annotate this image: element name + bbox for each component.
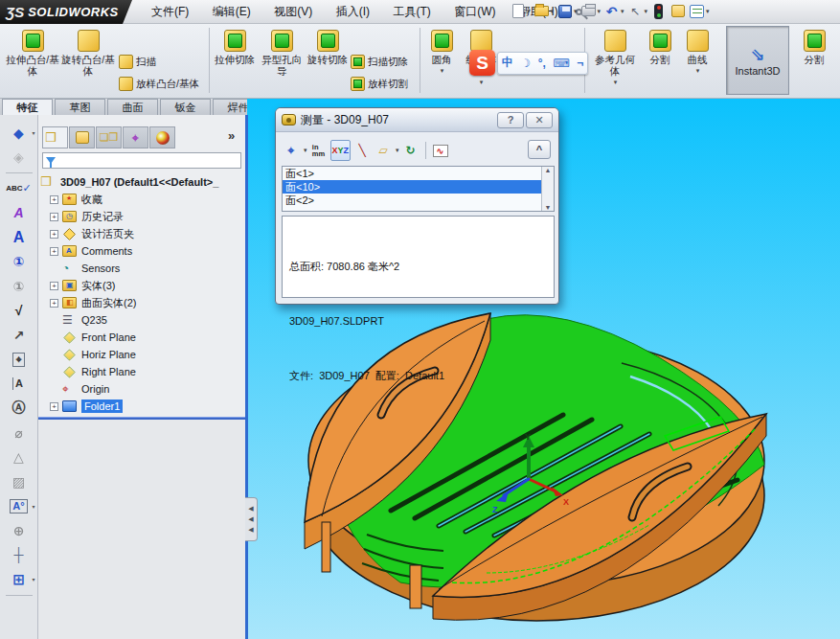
- loft-button[interactable]: 放样凸台/基体: [119, 74, 199, 94]
- projection-button[interactable]: ▱: [374, 140, 393, 161]
- tree-item-folder1[interactable]: +Folder1: [40, 398, 245, 415]
- tree-item-horiz-plane[interactable]: Horiz Plane: [40, 346, 245, 363]
- ime-language-mode[interactable]: 中: [502, 55, 513, 71]
- filter-input[interactable]: [56, 154, 240, 167]
- undo-button[interactable]: ↶▾: [603, 3, 624, 19]
- model-items-button[interactable]: ◈: [3, 146, 35, 171]
- balloon-button[interactable]: ①: [3, 250, 35, 275]
- select-button[interactable]: ↖▾: [627, 3, 648, 19]
- chevron-down-icon[interactable]: ▾: [551, 8, 555, 15]
- tab-sheet-metal[interactable]: 钣金: [160, 99, 211, 115]
- split-button[interactable]: 分割: [644, 27, 676, 94]
- fillet-button[interactable]: 圆角 ▾: [423, 27, 460, 94]
- measure-selection-list[interactable]: 面<1> 面<10> 面<2> ▲ ▼: [282, 166, 555, 212]
- area-hatch-button[interactable]: ▨: [3, 469, 35, 494]
- menu-window[interactable]: 窗口(W): [444, 0, 505, 24]
- scroll-down-icon[interactable]: ▼: [545, 204, 552, 211]
- instant3d-button[interactable]: ⇘ Instant3D: [726, 26, 789, 95]
- punctuation-icon[interactable]: °,: [538, 57, 546, 70]
- moon-icon[interactable]: ☽: [520, 57, 531, 70]
- tab-surfaces[interactable]: 曲面: [107, 99, 158, 115]
- tree-item-surface-bodies[interactable]: +曲面实体(2): [40, 294, 245, 311]
- chevron-down-icon[interactable]: ▾: [598, 8, 602, 15]
- print-button[interactable]: ▾: [580, 3, 602, 19]
- hole-wizard-button[interactable]: 异型孔向导: [259, 27, 305, 94]
- expand-icon[interactable]: +: [50, 230, 58, 239]
- point-to-point-button[interactable]: ╲: [352, 140, 372, 161]
- quick-measure-chart-button[interactable]: ∿: [431, 140, 450, 161]
- list-item[interactable]: 面<1>: [283, 167, 554, 180]
- panel-overflow-button[interactable]: »: [228, 128, 235, 143]
- new-document-button[interactable]: ▾: [510, 3, 531, 19]
- panel-collapse-handle[interactable]: ◀ ◀ ◀: [245, 497, 258, 541]
- tab-features[interactable]: 特征: [2, 99, 53, 115]
- curves-button[interactable]: 曲线 ▾: [680, 27, 715, 94]
- configuration-manager-icon[interactable]: ❏❒: [96, 126, 122, 148]
- chevron-down-icon[interactable]: ▾: [480, 77, 484, 88]
- center-mark-button[interactable]: ⊕: [3, 518, 35, 543]
- chevron-down-icon[interactable]: ▾: [527, 8, 531, 15]
- rebuild-button[interactable]: [650, 3, 667, 19]
- feature-manager-icon[interactable]: ❒: [42, 126, 68, 148]
- extruded-boss-button[interactable]: 拉伸凸台/基体: [6, 27, 59, 94]
- expand-icon[interactable]: +: [50, 247, 58, 256]
- help-button[interactable]: ?: [497, 112, 524, 128]
- display-manager-icon[interactable]: [149, 126, 175, 148]
- menu-view[interactable]: 视图(V): [264, 0, 322, 24]
- chevron-down-icon[interactable]: ▾: [621, 8, 624, 15]
- revision-symbol-button[interactable]: △: [3, 445, 35, 470]
- dialog-collapse-button[interactable]: ^: [528, 140, 551, 159]
- centerline-button[interactable]: ┼: [3, 543, 35, 568]
- keyboard-icon[interactable]: ⌨: [553, 57, 569, 70]
- list-item-selected[interactable]: 面<10>: [283, 180, 554, 194]
- open-button[interactable]: ▾: [534, 3, 555, 19]
- lofted-cut-button[interactable]: 放样切割: [351, 74, 408, 94]
- tree-item-origin[interactable]: ⌖Origin: [40, 380, 245, 398]
- menu-edit[interactable]: 编辑(E): [203, 0, 261, 24]
- weld-symbol-button[interactable]: ↗: [3, 323, 35, 348]
- save-button[interactable]: ▾: [556, 3, 578, 19]
- tree-item-sensors[interactable]: ◔Sensors: [40, 260, 245, 277]
- xyz-measure-button[interactable]: XYZ: [330, 140, 352, 161]
- menu-tools[interactable]: 工具(T): [383, 0, 440, 24]
- tree-item-favorites[interactable]: +收藏: [40, 191, 245, 208]
- format-painter-button[interactable]: A: [3, 201, 35, 226]
- list-scrollbar[interactable]: ▲ ▼: [541, 167, 554, 211]
- chevron-down-icon[interactable]: ▾: [614, 77, 618, 88]
- view-settings-button[interactable]: ▾: [689, 3, 710, 19]
- chevron-down-icon[interactable]: ▾: [32, 129, 34, 136]
- datum-target-button[interactable]: Ⓐ: [3, 397, 35, 422]
- chevron-down-icon[interactable]: ▾: [32, 576, 34, 582]
- chevron-down-icon[interactable]: ▾: [706, 8, 710, 15]
- expand-icon[interactable]: +: [50, 282, 58, 290]
- auto-balloon-button[interactable]: ①: [3, 274, 35, 299]
- toolbox-icon[interactable]: ¬: [577, 57, 583, 70]
- chevron-down-icon[interactable]: ▾: [441, 65, 444, 77]
- extruded-cut-button[interactable]: 拉伸切除: [213, 27, 257, 94]
- reference-geometry-button[interactable]: 参考几何体 ▾: [590, 27, 640, 94]
- revolved-cut-button[interactable]: 旋转切除: [306, 27, 349, 94]
- split-button-2[interactable]: 分割: [795, 27, 833, 94]
- tree-item-solid-bodies[interactable]: +实体(3): [40, 277, 245, 294]
- sogou-logo-icon[interactable]: S: [469, 50, 495, 76]
- menu-insert[interactable]: 插入(I): [327, 0, 379, 24]
- units-button[interactable]: inmm: [309, 140, 329, 161]
- measure-dialog-titlebar[interactable]: 测量 - 3D09_H07 ? ✕: [276, 108, 558, 132]
- note-button[interactable]: A: [3, 225, 35, 250]
- menu-file[interactable]: 文件(F): [142, 0, 198, 24]
- dimxpert-manager-icon[interactable]: ⌖: [123, 126, 148, 148]
- expand-icon[interactable]: +: [50, 195, 58, 204]
- measure-history-button[interactable]: ↻: [401, 140, 420, 161]
- spell-checker-button[interactable]: ABC✓: [3, 176, 35, 201]
- tree-item-design-binder[interactable]: +设计活页夹: [40, 225, 245, 242]
- revolved-boss-button[interactable]: 旋转凸台/基体: [61, 27, 115, 94]
- tree-item-material[interactable]: ☰Q235: [40, 311, 245, 329]
- chevron-down-icon[interactable]: ▾: [574, 8, 578, 15]
- tree-item-front-plane[interactable]: Front Plane: [40, 329, 245, 346]
- smart-dimension-button[interactable]: ◆▾: [3, 121, 35, 146]
- options-button[interactable]: [670, 3, 686, 19]
- swept-cut-button[interactable]: 扫描切除: [351, 52, 408, 72]
- tree-item-comments[interactable]: +Comments: [40, 242, 245, 260]
- tab-sketch[interactable]: 草图: [55, 99, 105, 115]
- expand-icon[interactable]: +: [50, 213, 58, 221]
